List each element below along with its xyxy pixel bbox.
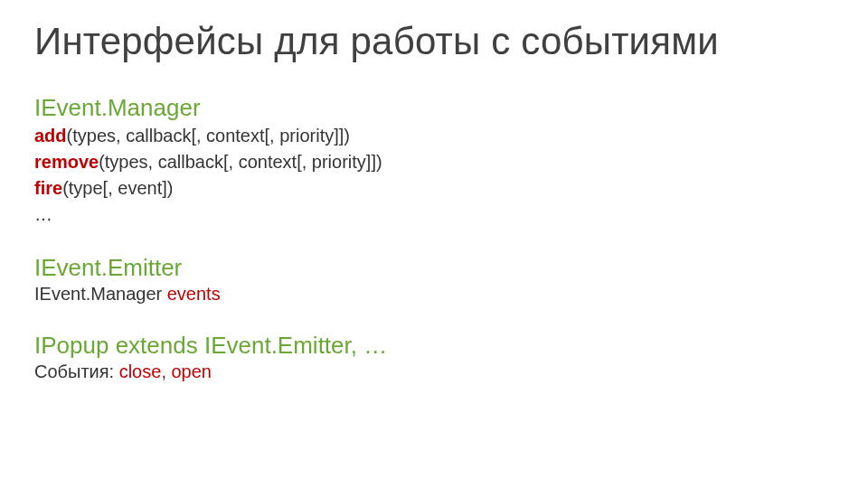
method-name-add: add xyxy=(34,126,67,145)
ipopup-events-sep: , xyxy=(161,361,171,381)
ieventemitter-line-keyword: events xyxy=(167,284,221,304)
method-sig-remove: (types, callback[, context[, priority]]) xyxy=(99,152,382,172)
method-add: add(types, callback[, context[, priority… xyxy=(34,124,834,148)
ipopup-event-close: close xyxy=(119,361,162,381)
section-heading-ieventemitter: IEvent.Emitter xyxy=(34,254,834,282)
method-name-fire: fire xyxy=(34,178,62,198)
method-fire: fire(type[, event]) xyxy=(34,176,834,201)
spacer-2 xyxy=(34,305,834,332)
method-sig-add: (types, callback[, context[, priority]]) xyxy=(67,126,350,145)
ieventemitter-line-prefix: IEvent.Manager xyxy=(34,284,167,304)
slide: Интерфейсы для работы с событиями IEvent… xyxy=(0,0,868,488)
methods-ellipsis: … xyxy=(34,202,834,227)
ieventemitter-line: IEvent.Manager events xyxy=(34,284,834,305)
method-remove: remove(types, callback[, context[, prior… xyxy=(34,150,834,174)
section-heading-ipopup: IPopup extends IEvent.Emitter, … xyxy=(34,332,834,360)
spacer xyxy=(34,227,834,254)
ipopup-event-open: open xyxy=(172,361,212,381)
page-title: Интерфейсы для работы с событиями xyxy=(34,20,834,63)
section-heading-ieventmanager: IEvent.Manager xyxy=(34,94,834,122)
ipopup-events-label: События: xyxy=(34,361,119,381)
method-name-remove: remove xyxy=(34,152,99,172)
ipopup-events-line: События: close, open xyxy=(34,361,834,382)
method-sig-fire: (type[, event]) xyxy=(62,178,173,198)
